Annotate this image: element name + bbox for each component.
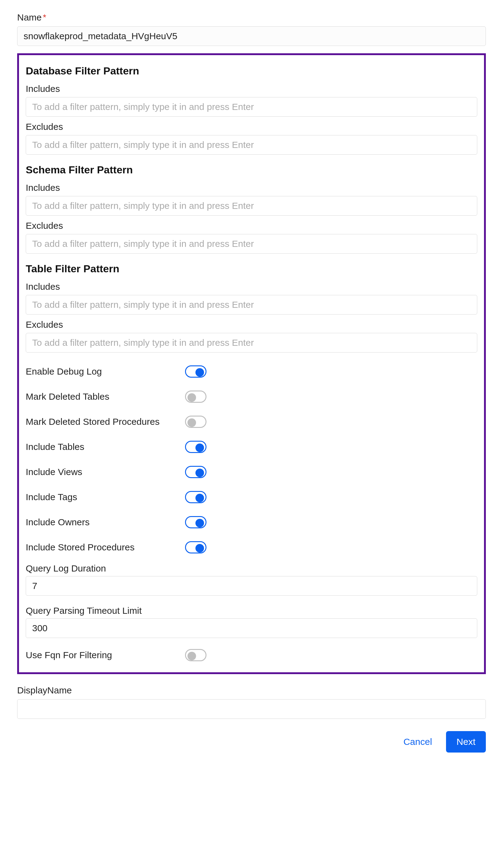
include-tags-toggle[interactable] — [185, 491, 206, 503]
name-label-text: Name — [17, 12, 42, 23]
include-views-row: Include Views — [26, 466, 477, 478]
include-tables-row: Include Tables — [26, 441, 477, 453]
ingestion-config-section: Database Filter Pattern Includes Exclude… — [17, 53, 486, 674]
include-tags-row: Include Tags — [26, 491, 477, 503]
database-filter-title: Database Filter Pattern — [26, 65, 477, 77]
mark-deleted-tables-row: Mark Deleted Tables — [26, 391, 477, 403]
include-owners-row: Include Owners — [26, 516, 477, 528]
query-log-duration-field: Query Log Duration — [26, 563, 477, 596]
database-excludes-input[interactable] — [26, 135, 477, 155]
mark-deleted-stored-procedures-row: Mark Deleted Stored Procedures — [26, 416, 477, 428]
query-log-duration-input[interactable] — [26, 576, 477, 596]
cancel-button[interactable]: Cancel — [403, 737, 432, 747]
next-button[interactable]: Next — [446, 731, 486, 753]
include-tables-label: Include Tables — [26, 442, 185, 452]
include-owners-toggle[interactable] — [185, 516, 206, 528]
database-includes-input[interactable] — [26, 97, 477, 117]
query-log-duration-label: Query Log Duration — [26, 563, 477, 574]
schema-excludes-label: Excludes — [26, 220, 477, 231]
display-name-label: DisplayName — [17, 685, 486, 695]
include-stored-procedures-toggle[interactable] — [185, 541, 206, 554]
include-owners-label: Include Owners — [26, 517, 185, 527]
table-includes-label: Includes — [26, 281, 477, 292]
schema-includes-input[interactable] — [26, 196, 477, 216]
table-includes-input[interactable] — [26, 295, 477, 314]
use-fqn-for-filtering-row: Use Fqn For Filtering — [26, 649, 477, 661]
include-stored-procedures-label: Include Stored Procedures — [26, 542, 185, 552]
enable-debug-log-label: Enable Debug Log — [26, 366, 185, 377]
schema-includes-label: Includes — [26, 183, 477, 193]
name-label: Name * — [17, 12, 486, 23]
database-includes-label: Includes — [26, 84, 477, 94]
name-input[interactable] — [17, 26, 486, 46]
use-fqn-for-filtering-label: Use Fqn For Filtering — [26, 650, 185, 660]
display-name-field: DisplayName — [17, 685, 486, 719]
enable-debug-log-toggle[interactable] — [185, 365, 206, 378]
mark-deleted-stored-procedures-label: Mark Deleted Stored Procedures — [26, 416, 185, 427]
include-tables-toggle[interactable] — [185, 441, 206, 453]
enable-debug-log-row: Enable Debug Log — [26, 365, 477, 378]
table-excludes-input[interactable] — [26, 333, 477, 352]
use-fqn-for-filtering-toggle[interactable] — [185, 649, 206, 661]
query-parsing-timeout-label: Query Parsing Timeout Limit — [26, 606, 477, 616]
include-views-label: Include Views — [26, 467, 185, 477]
database-excludes-label: Excludes — [26, 122, 477, 132]
table-excludes-label: Excludes — [26, 319, 477, 330]
required-asterisk-icon: * — [43, 13, 46, 22]
query-parsing-timeout-field: Query Parsing Timeout Limit — [26, 606, 477, 638]
name-field: Name * — [17, 12, 486, 46]
display-name-input[interactable] — [17, 699, 486, 719]
query-parsing-timeout-input[interactable] — [26, 618, 477, 638]
schema-excludes-input[interactable] — [26, 234, 477, 254]
mark-deleted-stored-procedures-toggle[interactable] — [185, 416, 206, 428]
table-filter-title: Table Filter Pattern — [26, 263, 477, 275]
mark-deleted-tables-toggle[interactable] — [185, 391, 206, 403]
mark-deleted-tables-label: Mark Deleted Tables — [26, 391, 185, 402]
include-stored-procedures-row: Include Stored Procedures — [26, 541, 477, 554]
include-views-toggle[interactable] — [185, 466, 206, 478]
include-tags-label: Include Tags — [26, 492, 185, 502]
display-name-label-text: DisplayName — [17, 685, 72, 695]
schema-filter-title: Schema Filter Pattern — [26, 164, 477, 176]
footer-actions: Cancel Next — [17, 731, 486, 753]
